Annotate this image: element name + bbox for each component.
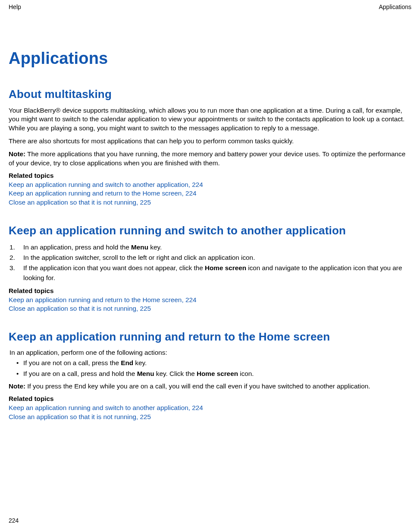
bullet-text: key. <box>133 359 147 366</box>
section-heading-switch: Keep an application running and switch t… <box>9 224 411 237</box>
switch-steps: In an application, press and hold the Me… <box>9 243 411 283</box>
page-title: Applications <box>9 49 411 68</box>
link-return-home[interactable]: Keep an application running and return t… <box>9 296 196 304</box>
switch-step-3: If the application icon that you want do… <box>9 263 411 282</box>
link-return-home[interactable]: Keep an application running and return t… <box>9 189 196 198</box>
about-paragraph-1: Your BlackBerry® device supports multita… <box>9 106 411 132</box>
link-switch-app[interactable]: Keep an application running and switch t… <box>9 180 203 189</box>
about-note: Note: The more applications that you hav… <box>9 150 411 167</box>
note-label: Note: <box>9 150 25 158</box>
step-text: key. <box>148 243 162 251</box>
header-right: Applications <box>379 3 412 10</box>
bullet-text: If you are on a call, press and hold the <box>23 370 137 377</box>
page-header: Help Applications <box>9 3 411 10</box>
header-left: Help <box>9 3 21 10</box>
home-bullets: If you are not on a call, press the End … <box>9 358 411 378</box>
related-topics-label: Related topics <box>9 172 411 180</box>
home-bullet-1: If you are not on a call, press the End … <box>9 358 411 368</box>
bullet-text: key. Click the <box>154 370 197 377</box>
home-intro: In an application, perform one of the fo… <box>9 349 411 356</box>
bullet-bold: End <box>121 359 133 366</box>
bullet-bold: Home screen <box>197 370 238 377</box>
note-body: If you press the End key while you are o… <box>25 382 370 390</box>
switch-step-2: In the application switcher, scroll to t… <box>9 253 411 262</box>
related-topics-label: Related topics <box>9 395 411 403</box>
home-bullet-2: If you are on a call, press and hold the… <box>9 369 411 379</box>
section-heading-home: Keep an application running and return t… <box>9 330 411 344</box>
document-page: Help Applications Applications About mul… <box>0 0 420 530</box>
about-paragraph-2: There are also shortcuts for most applic… <box>9 137 411 145</box>
note-body: The more applications that you have runn… <box>9 150 405 166</box>
link-close-app[interactable]: Close an application so that it is not r… <box>9 198 151 207</box>
switch-step-1: In an application, press and hold the Me… <box>9 243 411 252</box>
link-switch-app[interactable]: Keep an application running and switch t… <box>9 404 203 412</box>
home-note: Note: If you press the End key while you… <box>9 382 411 391</box>
section-heading-about: About multitasking <box>9 88 411 101</box>
step-text: In an application, press and hold the <box>23 243 131 251</box>
bullet-bold: Menu <box>137 370 154 377</box>
step-bold: Home screen <box>205 264 246 271</box>
related-topics-label: Related topics <box>9 287 411 295</box>
step-text: If the application icon that you want do… <box>23 264 205 271</box>
bullet-text: If you are not on a call, press the <box>23 359 121 366</box>
link-close-app[interactable]: Close an application so that it is not r… <box>9 413 151 421</box>
note-label: Note: <box>9 382 25 390</box>
page-number: 224 <box>9 517 19 524</box>
link-close-app[interactable]: Close an application so that it is not r… <box>9 304 151 313</box>
step-bold: Menu <box>131 243 148 251</box>
bullet-text: icon. <box>238 370 254 377</box>
